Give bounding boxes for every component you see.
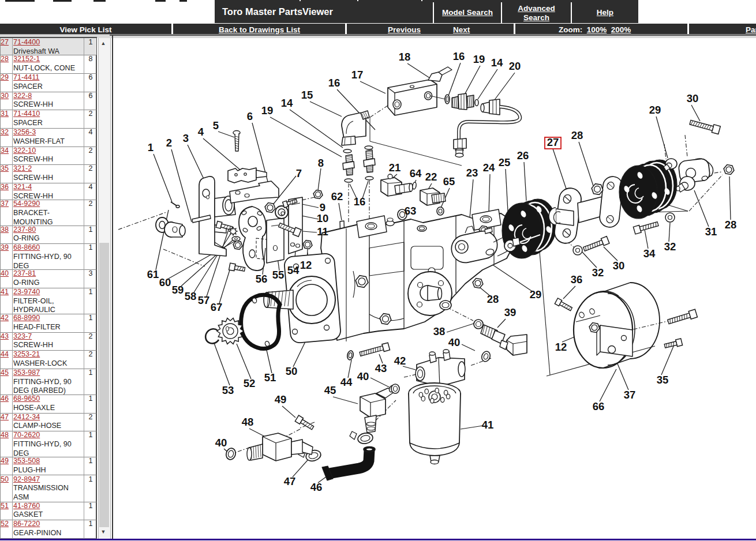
svg-text:54: 54 [287,264,300,276]
svg-text:39: 39 [504,306,517,318]
svg-text:9: 9 [320,201,325,213]
svg-text:18: 18 [399,51,411,63]
svg-text:3: 3 [183,132,189,144]
svg-text:22: 22 [425,171,437,183]
svg-text:66: 66 [593,400,605,412]
svg-text:45: 45 [324,384,336,396]
svg-text:63: 63 [405,205,417,217]
svg-text:6: 6 [247,110,253,122]
svg-text:51: 51 [264,371,276,384]
svg-text:30: 30 [687,92,699,104]
svg-text:28: 28 [725,219,737,231]
svg-text:38: 38 [433,325,446,337]
svg-text:50: 50 [286,365,298,377]
svg-text:61: 61 [147,268,159,280]
svg-text:17: 17 [351,69,364,81]
svg-text:12: 12 [300,259,312,271]
svg-text:67: 67 [211,301,223,313]
svg-text:14: 14 [281,97,293,109]
svg-text:46: 46 [310,481,323,493]
svg-text:25: 25 [499,156,511,168]
svg-text:44: 44 [340,376,353,388]
svg-text:16: 16 [453,50,465,62]
svg-text:23: 23 [466,167,478,179]
svg-text:60: 60 [159,276,171,288]
svg-text:40: 40 [357,370,369,382]
svg-text:1: 1 [148,141,154,153]
svg-text:15: 15 [301,89,313,101]
svg-text:58: 58 [185,290,197,302]
svg-text:19: 19 [473,53,485,65]
svg-text:11: 11 [317,226,328,238]
svg-text:14: 14 [491,57,503,69]
svg-text:29: 29 [649,104,661,116]
svg-text:62: 62 [331,190,343,202]
svg-text:37: 37 [624,389,636,401]
svg-text:26: 26 [517,149,529,161]
svg-text:19: 19 [261,104,274,117]
svg-text:29: 29 [530,288,542,300]
svg-text:57: 57 [198,294,210,306]
svg-text:5: 5 [213,119,219,132]
svg-text:32: 32 [664,241,676,253]
svg-text:64: 64 [410,167,422,179]
svg-text:41: 41 [482,419,494,431]
svg-text:28: 28 [571,129,583,141]
svg-text:32: 32 [592,266,604,279]
svg-text:52: 52 [244,377,256,389]
svg-text:12: 12 [555,341,567,353]
svg-text:40: 40 [448,336,461,348]
svg-text:43: 43 [375,362,387,374]
svg-text:56: 56 [256,273,268,285]
svg-text:20: 20 [509,60,521,72]
svg-text:8: 8 [318,157,324,169]
svg-text:65: 65 [443,175,455,187]
svg-text:21: 21 [389,161,401,174]
svg-text:59: 59 [172,284,184,296]
svg-text:2: 2 [166,137,172,149]
svg-text:28: 28 [487,293,499,305]
svg-text:35: 35 [657,374,669,386]
svg-text:48: 48 [242,416,254,428]
svg-text:40: 40 [215,437,227,449]
svg-text:16: 16 [354,196,366,208]
svg-text:16: 16 [328,77,340,89]
svg-text:31: 31 [705,226,717,238]
svg-text:53: 53 [222,384,234,396]
svg-text:49: 49 [275,393,287,405]
svg-text:7: 7 [296,167,302,179]
svg-text:47: 47 [284,475,296,487]
svg-text:27: 27 [547,136,559,148]
svg-text:24: 24 [483,161,495,174]
svg-text:34: 34 [643,247,656,260]
svg-text:10: 10 [317,212,329,224]
svg-text:42: 42 [394,355,406,367]
svg-text:4: 4 [198,126,204,138]
svg-text:55: 55 [272,269,285,281]
svg-text:30: 30 [613,260,625,272]
svg-text:36: 36 [571,273,583,285]
